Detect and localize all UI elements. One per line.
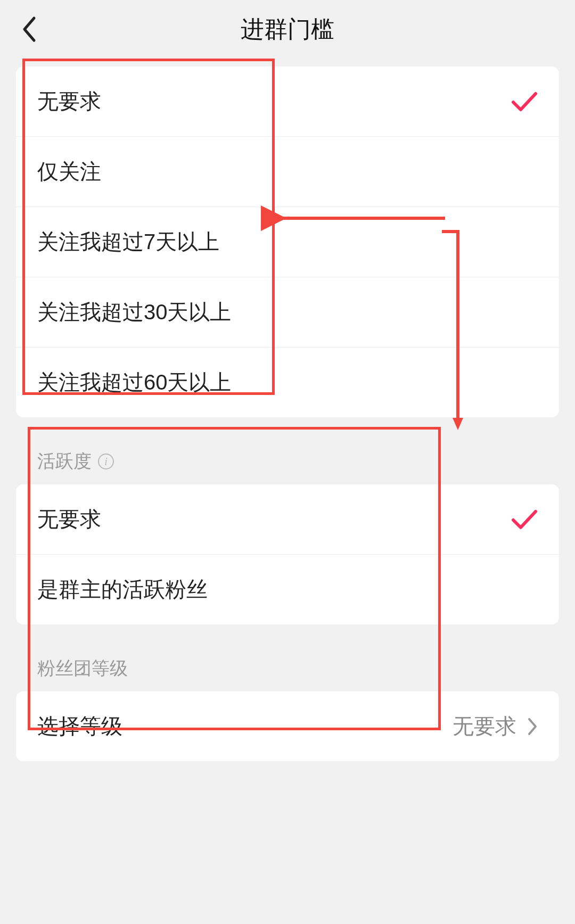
select-level-label: 选择等级: [37, 712, 122, 741]
option-label: 仅关注: [37, 157, 101, 186]
option-follow-7days[interactable]: 关注我超过7天以上: [16, 207, 559, 277]
svg-marker-3: [453, 418, 463, 430]
option-no-requirement[interactable]: 无要求: [16, 67, 559, 136]
option-follow-only[interactable]: 仅关注: [16, 136, 559, 207]
check-icon: [511, 509, 538, 530]
activity-section: 无要求 是群主的活跃粉丝: [16, 484, 559, 624]
option-follow-60days[interactable]: 关注我超过60天以上: [16, 347, 559, 417]
activity-heading-text: 活跃度: [37, 449, 92, 474]
header: 进群门槛: [0, 0, 575, 59]
follow-requirement-section: 无要求 仅关注 关注我超过7天以上 关注我超过30天以上 关注我超过60天以上: [16, 67, 559, 417]
option-label: 关注我超过7天以上: [37, 227, 219, 257]
page-title: 进群门槛: [21, 14, 554, 45]
option-label: 是群主的活跃粉丝: [37, 575, 208, 604]
info-icon[interactable]: i: [98, 453, 114, 469]
chevron-right-icon: [527, 717, 538, 736]
option-label: 关注我超过30天以上: [37, 298, 232, 327]
option-label: 无要求: [37, 87, 101, 116]
option-label: 关注我超过60天以上: [37, 368, 232, 397]
check-icon: [511, 92, 538, 112]
select-level-value: 无要求: [453, 712, 516, 741]
chevron-left-icon: [21, 16, 37, 43]
option-follow-30days[interactable]: 关注我超过30天以上: [16, 277, 559, 347]
fan-level-section: 选择等级 无要求: [16, 691, 559, 761]
option-label: 无要求: [37, 505, 101, 534]
activity-option-active-fan[interactable]: 是群主的活跃粉丝: [16, 554, 559, 624]
activity-heading: 活跃度 i: [16, 433, 559, 481]
activity-option-no-requirement[interactable]: 无要求: [16, 484, 559, 554]
back-button[interactable]: [21, 16, 37, 43]
fan-level-heading: 粉丝团等级: [16, 640, 559, 688]
select-level-row[interactable]: 选择等级 无要求: [16, 691, 559, 761]
fan-level-heading-text: 粉丝团等级: [37, 656, 128, 681]
